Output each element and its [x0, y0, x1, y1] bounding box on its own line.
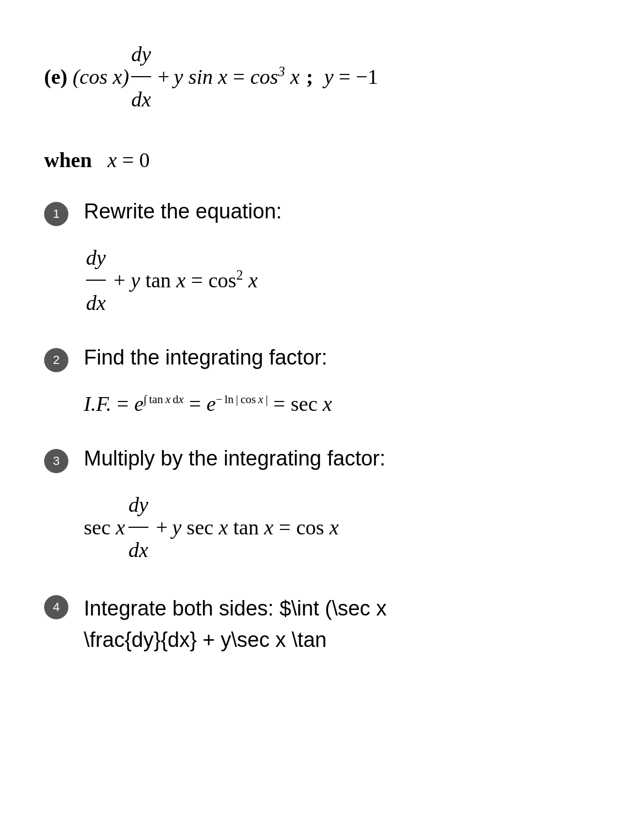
step-1-math: dy dx + y tan x = cos2 x	[84, 237, 600, 324]
header-y-sin-x: y sin x	[174, 56, 227, 98]
step-3-content: Multiply by the integrating factor: sec …	[84, 447, 600, 571]
step2-equals3: =	[273, 383, 285, 425]
step2-IF: I.F.	[84, 383, 111, 425]
step-2-math: I.F. = e∫ tan x dx = e− ln | cos x | = s…	[84, 383, 600, 425]
when-line: when x = 0	[44, 148, 600, 172]
step-3: 3 Multiply by the integrating factor: se…	[44, 447, 600, 571]
label-e: (e)	[44, 56, 67, 98]
step-number-2: 2	[44, 348, 68, 372]
header-cos-x: (cos x)	[73, 56, 129, 98]
step2-equals1: =	[117, 383, 128, 425]
header-plus: +	[158, 56, 169, 98]
when-label: when	[44, 148, 92, 172]
step-number-1: 1	[44, 202, 68, 226]
step1-ytan: y tan x	[131, 259, 185, 301]
page-container: (e) (cos x) dy dx + y sin x = cos3 x ; y…	[0, 0, 644, 819]
step3-ysecxtan: y sec x tan x	[172, 506, 273, 548]
header-cos3x: cos3 x	[250, 56, 299, 98]
step1-plus: +	[114, 259, 125, 301]
step-2-title: Find the integrating factor:	[84, 346, 600, 370]
step2-equals2: =	[189, 383, 201, 425]
step1-fraction: dy dx	[86, 237, 106, 324]
step2-e-ln: e− ln | cos x |	[207, 383, 268, 425]
header-semicolon: ;	[306, 56, 313, 98]
step-4-title: Integrate both sides: $\int (\sec x \fra…	[84, 593, 600, 656]
step3-cosx: cos x	[296, 506, 339, 548]
step-number-4: 4	[44, 595, 68, 619]
step3-fraction: dy dx	[128, 484, 148, 571]
step-3-title: Multiply by the integrating factor:	[84, 447, 600, 470]
step-3-math: sec x dy dx + y sec x tan x = cos x	[84, 484, 600, 571]
step3-secx: sec x	[84, 506, 125, 548]
header-equation: (e) (cos x) dy dx + y sin x = cos3 x ; y…	[44, 33, 600, 120]
step-4-content: Integrate both sides: $\int (\sec x \fra…	[84, 593, 600, 669]
step-1-content: Rewrite the equation: dy dx + y tan x = …	[84, 200, 600, 324]
step1-equals: =	[191, 259, 203, 301]
header-equals: =	[233, 56, 244, 98]
step3-plus: +	[156, 506, 168, 548]
header-y-condition: y = −1	[324, 56, 378, 98]
step-4: 4 Integrate both sides: $\int (\sec x \f…	[44, 593, 600, 669]
step-1: 1 Rewrite the equation: dy dx + y tan x …	[44, 200, 600, 324]
steps-container: 1 Rewrite the equation: dy dx + y tan x …	[44, 200, 600, 669]
step-number-3: 3	[44, 449, 68, 473]
step-1-title: Rewrite the equation:	[84, 200, 600, 223]
header-fraction-dy-dx: dy dx	[131, 33, 151, 120]
when-condition: x = 0	[97, 148, 149, 172]
step3-equals: =	[279, 506, 291, 548]
step2-secx: sec x	[291, 383, 332, 425]
step2-e-integral: e∫ tan x dx	[134, 383, 184, 425]
step1-cos2x: cos2 x	[208, 259, 257, 301]
step-2-content: Find the integrating factor: I.F. = e∫ t…	[84, 346, 600, 425]
step-2: 2 Find the integrating factor: I.F. = e∫…	[44, 346, 600, 425]
